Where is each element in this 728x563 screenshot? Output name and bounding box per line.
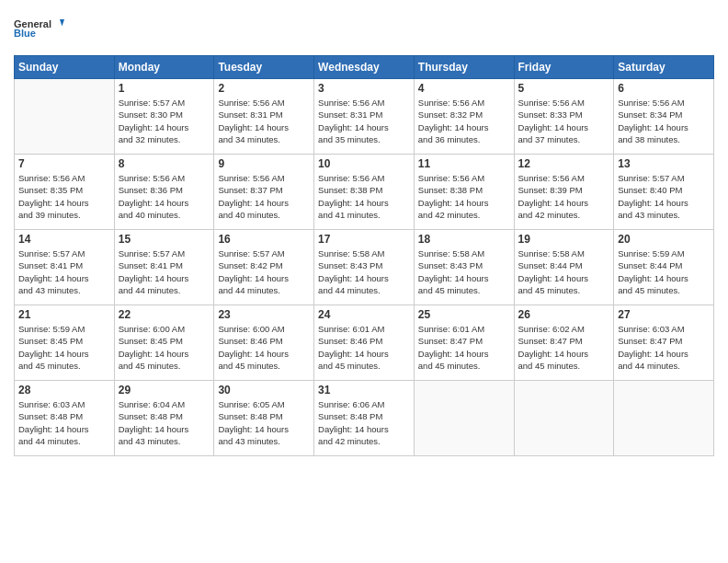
day-number: 27 bbox=[618, 308, 710, 321]
calendar-cell: 21Sunrise: 5:59 AM Sunset: 8:45 PM Dayli… bbox=[15, 305, 115, 381]
day-info: Sunrise: 5:57 AM Sunset: 8:41 PM Dayligh… bbox=[119, 247, 210, 296]
calendar-cell: 9Sunrise: 5:56 AM Sunset: 8:37 PM Daylig… bbox=[214, 155, 314, 230]
day-number: 7 bbox=[18, 157, 110, 170]
calendar-cell: 31Sunrise: 6:06 AM Sunset: 8:48 PM Dayli… bbox=[314, 381, 415, 456]
header-day: Friday bbox=[514, 56, 614, 79]
day-number: 16 bbox=[218, 233, 310, 246]
day-number: 20 bbox=[618, 233, 710, 246]
calendar-cell: 8Sunrise: 5:56 AM Sunset: 8:36 PM Daylig… bbox=[114, 155, 214, 230]
header-day: Saturday bbox=[614, 56, 714, 79]
day-info: Sunrise: 5:56 AM Sunset: 8:31 PM Dayligh… bbox=[318, 97, 410, 145]
day-number: 29 bbox=[119, 384, 210, 396]
header-day: Sunday bbox=[15, 56, 115, 79]
calendar-cell: 20Sunrise: 5:59 AM Sunset: 8:44 PM Dayli… bbox=[614, 230, 714, 305]
day-info: Sunrise: 6:03 AM Sunset: 8:47 PM Dayligh… bbox=[618, 323, 710, 372]
day-number: 11 bbox=[418, 157, 510, 170]
day-info: Sunrise: 5:59 AM Sunset: 8:45 PM Dayligh… bbox=[18, 323, 110, 372]
calendar-header: SundayMondayTuesdayWednesdayThursdayFrid… bbox=[15, 56, 714, 79]
day-info: Sunrise: 6:02 AM Sunset: 8:47 PM Dayligh… bbox=[518, 323, 610, 372]
calendar-cell: 30Sunrise: 6:05 AM Sunset: 8:48 PM Dayli… bbox=[214, 381, 314, 456]
day-info: Sunrise: 5:56 AM Sunset: 8:38 PM Dayligh… bbox=[318, 172, 410, 221]
day-number: 21 bbox=[18, 308, 110, 321]
day-number: 28 bbox=[18, 384, 110, 396]
calendar-cell: 22Sunrise: 6:00 AM Sunset: 8:45 PM Dayli… bbox=[114, 305, 214, 381]
day-number: 4 bbox=[418, 82, 510, 95]
calendar-cell bbox=[15, 79, 115, 155]
svg-marker-2 bbox=[60, 19, 64, 27]
day-number: 17 bbox=[318, 233, 410, 246]
calendar-cell: 2Sunrise: 5:56 AM Sunset: 8:31 PM Daylig… bbox=[214, 79, 314, 155]
day-info: Sunrise: 6:00 AM Sunset: 8:46 PM Dayligh… bbox=[218, 323, 310, 372]
day-info: Sunrise: 5:58 AM Sunset: 8:44 PM Dayligh… bbox=[518, 247, 610, 296]
day-number: 31 bbox=[318, 384, 410, 396]
header-day: Wednesday bbox=[314, 56, 415, 79]
day-info: Sunrise: 6:04 AM Sunset: 8:48 PM Dayligh… bbox=[119, 398, 210, 447]
calendar-cell: 17Sunrise: 5:58 AM Sunset: 8:43 PM Dayli… bbox=[314, 230, 415, 305]
calendar-cell: 24Sunrise: 6:01 AM Sunset: 8:46 PM Dayli… bbox=[314, 305, 415, 381]
day-info: Sunrise: 5:56 AM Sunset: 8:37 PM Dayligh… bbox=[218, 172, 310, 221]
day-number: 26 bbox=[518, 308, 610, 321]
header-day: Thursday bbox=[414, 56, 514, 79]
calendar-cell: 18Sunrise: 5:58 AM Sunset: 8:43 PM Dayli… bbox=[414, 230, 514, 305]
calendar-week: 21Sunrise: 5:59 AM Sunset: 8:45 PM Dayli… bbox=[15, 305, 714, 381]
day-number: 1 bbox=[119, 82, 210, 95]
day-info: Sunrise: 5:56 AM Sunset: 8:33 PM Dayligh… bbox=[518, 97, 610, 145]
header: General Blue bbox=[14, 9, 714, 48]
day-number: 18 bbox=[418, 233, 510, 246]
calendar-cell bbox=[414, 381, 514, 456]
day-info: Sunrise: 5:59 AM Sunset: 8:44 PM Dayligh… bbox=[618, 247, 710, 296]
day-info: Sunrise: 5:56 AM Sunset: 8:35 PM Dayligh… bbox=[18, 172, 110, 221]
day-info: Sunrise: 5:56 AM Sunset: 8:36 PM Dayligh… bbox=[119, 172, 210, 221]
day-number: 12 bbox=[518, 157, 610, 170]
day-number: 3 bbox=[318, 82, 410, 95]
calendar-cell: 11Sunrise: 5:56 AM Sunset: 8:38 PM Dayli… bbox=[414, 155, 514, 230]
calendar-cell bbox=[614, 381, 714, 456]
calendar-cell: 19Sunrise: 5:58 AM Sunset: 8:44 PM Dayli… bbox=[514, 230, 614, 305]
calendar-cell: 7Sunrise: 5:56 AM Sunset: 8:35 PM Daylig… bbox=[15, 155, 115, 230]
calendar-page: General Blue SundayMondayTuesdayWednesda… bbox=[0, 0, 728, 563]
day-info: Sunrise: 5:56 AM Sunset: 8:39 PM Dayligh… bbox=[518, 172, 610, 221]
calendar-cell: 15Sunrise: 5:57 AM Sunset: 8:41 PM Dayli… bbox=[114, 230, 214, 305]
calendar-cell: 25Sunrise: 6:01 AM Sunset: 8:47 PM Dayli… bbox=[414, 305, 514, 381]
day-number: 22 bbox=[119, 308, 210, 321]
calendar-cell: 23Sunrise: 6:00 AM Sunset: 8:46 PM Dayli… bbox=[214, 305, 314, 381]
day-info: Sunrise: 5:56 AM Sunset: 8:31 PM Dayligh… bbox=[218, 97, 310, 145]
calendar-week: 14Sunrise: 5:57 AM Sunset: 8:41 PM Dayli… bbox=[15, 230, 714, 305]
day-number: 9 bbox=[218, 157, 310, 170]
calendar-cell: 28Sunrise: 6:03 AM Sunset: 8:48 PM Dayli… bbox=[15, 381, 115, 456]
day-info: Sunrise: 6:01 AM Sunset: 8:47 PM Dayligh… bbox=[418, 323, 510, 372]
day-info: Sunrise: 5:56 AM Sunset: 8:38 PM Dayligh… bbox=[418, 172, 510, 221]
calendar-week: 1Sunrise: 5:57 AM Sunset: 8:30 PM Daylig… bbox=[15, 79, 714, 155]
day-info: Sunrise: 6:03 AM Sunset: 8:48 PM Dayligh… bbox=[18, 398, 110, 447]
svg-text:Blue: Blue bbox=[14, 28, 36, 39]
day-number: 5 bbox=[518, 82, 610, 95]
logo: General Blue bbox=[14, 9, 64, 48]
calendar-cell: 1Sunrise: 5:57 AM Sunset: 8:30 PM Daylig… bbox=[114, 79, 214, 155]
day-number: 10 bbox=[318, 157, 410, 170]
day-number: 30 bbox=[218, 384, 310, 396]
day-info: Sunrise: 5:57 AM Sunset: 8:30 PM Dayligh… bbox=[119, 97, 210, 145]
calendar-cell bbox=[514, 381, 614, 456]
day-info: Sunrise: 6:05 AM Sunset: 8:48 PM Dayligh… bbox=[218, 398, 310, 447]
day-info: Sunrise: 5:56 AM Sunset: 8:34 PM Dayligh… bbox=[618, 97, 710, 145]
header-day: Monday bbox=[114, 56, 214, 79]
calendar-cell: 29Sunrise: 6:04 AM Sunset: 8:48 PM Dayli… bbox=[114, 381, 214, 456]
calendar-cell: 3Sunrise: 5:56 AM Sunset: 8:31 PM Daylig… bbox=[314, 79, 415, 155]
day-number: 14 bbox=[18, 233, 110, 246]
day-info: Sunrise: 6:06 AM Sunset: 8:48 PM Dayligh… bbox=[318, 398, 410, 447]
calendar-cell: 4Sunrise: 5:56 AM Sunset: 8:32 PM Daylig… bbox=[414, 79, 514, 155]
day-info: Sunrise: 5:57 AM Sunset: 8:42 PM Dayligh… bbox=[218, 247, 310, 296]
day-number: 25 bbox=[418, 308, 510, 321]
day-number: 23 bbox=[218, 308, 310, 321]
day-number: 13 bbox=[618, 157, 710, 170]
day-number: 2 bbox=[218, 82, 310, 95]
calendar-cell: 13Sunrise: 5:57 AM Sunset: 8:40 PM Dayli… bbox=[614, 155, 714, 230]
day-info: Sunrise: 6:00 AM Sunset: 8:45 PM Dayligh… bbox=[119, 323, 210, 372]
calendar-cell: 16Sunrise: 5:57 AM Sunset: 8:42 PM Dayli… bbox=[214, 230, 314, 305]
day-info: Sunrise: 5:57 AM Sunset: 8:40 PM Dayligh… bbox=[618, 172, 710, 221]
calendar-cell: 6Sunrise: 5:56 AM Sunset: 8:34 PM Daylig… bbox=[614, 79, 714, 155]
day-number: 6 bbox=[618, 82, 710, 95]
day-info: Sunrise: 5:58 AM Sunset: 8:43 PM Dayligh… bbox=[318, 247, 410, 296]
calendar-cell: 27Sunrise: 6:03 AM Sunset: 8:47 PM Dayli… bbox=[614, 305, 714, 381]
calendar-body: 1Sunrise: 5:57 AM Sunset: 8:30 PM Daylig… bbox=[15, 79, 714, 456]
